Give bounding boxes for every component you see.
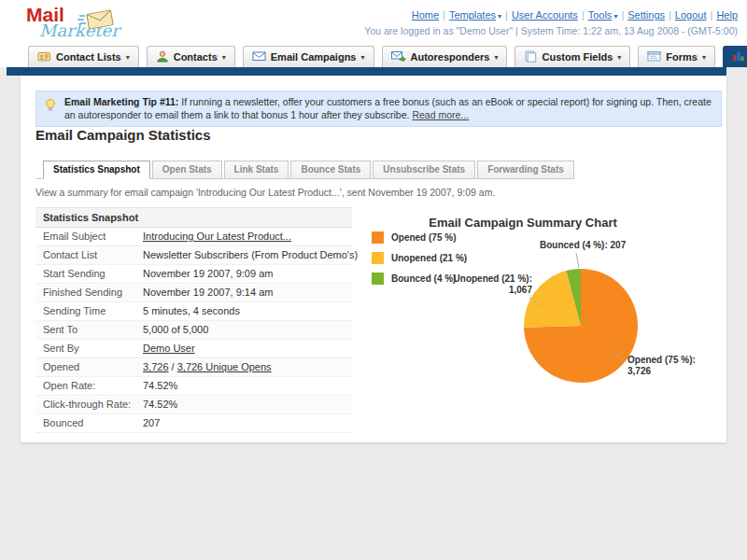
contacts-icon: [156, 50, 169, 64]
row-value-link[interactable]: 3,726 Unique Opens: [177, 361, 272, 372]
table-row: Email SubjectIntroducing Our Latest Prod…: [35, 228, 352, 246]
nav-tab-label: Contacts: [174, 51, 218, 63]
table-row: Contact ListNewsletter Subscribers (From…: [35, 246, 352, 265]
table-row: Open Rate:74.52%: [35, 377, 352, 396]
nav-tab-label: Custom Fields: [542, 51, 613, 63]
row-value: 5,000 of 5,000: [143, 321, 208, 339]
header-link-home[interactable]: Home: [412, 9, 439, 21]
header-link-logout[interactable]: Logout: [675, 9, 707, 21]
header-link-help[interactable]: Help: [716, 9, 738, 21]
header-link-user-accounts[interactable]: User Accounts: [512, 9, 578, 21]
annotation-unopened-value: 1,067: [439, 285, 532, 296]
nav-tab-forms[interactable]: Forms▾: [638, 46, 715, 67]
row-label: Email Subject: [35, 228, 143, 245]
sub-tab-unsubscribe-stats[interactable]: Unsubscribe Stats: [373, 161, 475, 178]
chevron-down-icon: ▾: [617, 53, 621, 62]
row-label: Click-through Rate:: [35, 396, 143, 413]
legend-swatch-opened: [372, 231, 384, 244]
table-row: Finished SendingNovember 19 2007, 9:14 a…: [35, 284, 352, 302]
legend-item-unopened: Unopened (21 %): [372, 247, 467, 268]
legend-swatch-bounced: [372, 273, 384, 285]
row-value: Newsletter Subscribers (From Product Dem…: [143, 246, 358, 264]
row-value: November 19 2007, 9:14 am: [143, 284, 273, 301]
row-value: November 19 2007, 9:09 am: [143, 265, 273, 283]
row-label: Opened: [35, 358, 143, 376]
read-more-link[interactable]: Read more...: [412, 109, 469, 120]
forms-icon: [647, 50, 661, 63]
row-value-link[interactable]: Introducing Our Latest Product...: [143, 231, 291, 242]
table-row: Click-through Rate:74.52%: [35, 396, 352, 414]
annotation-unopened-label: Unopened (21 %):: [439, 273, 532, 285]
row-value: 207: [143, 414, 160, 432]
row-value-text: November 19 2007, 9:14 am: [143, 287, 273, 298]
row-value: 5 minutes, 4 seconds: [143, 302, 240, 320]
nav-tab-stats[interactable]: Stats▾: [723, 46, 747, 67]
email-campaigns-icon: [252, 50, 266, 63]
app-logo[interactable]: Mail Marketer: [26, 5, 120, 38]
chevron-down-icon: ▾: [613, 12, 617, 21]
lightbulb-icon: [44, 98, 57, 115]
row-label: Contact List: [35, 246, 143, 264]
nav-tab-contacts[interactable]: Contacts▾: [147, 46, 235, 67]
annotation-opened-value: 3,726: [627, 366, 696, 377]
row-label: Bounced: [35, 414, 143, 432]
row-label: Sending Time: [35, 302, 143, 320]
header-link-templates[interactable]: Templates▾: [449, 9, 501, 21]
chevron-down-icon: ▾: [494, 53, 498, 62]
annotation-opened-label: Opened (75 %):: [627, 355, 696, 366]
nav-tab-contact-lists[interactable]: Contact Lists▾: [28, 46, 139, 67]
tip-banner: Email Marketing Tip #11: If running a ne…: [35, 91, 722, 127]
row-value-link[interactable]: Demo User: [143, 343, 195, 354]
tip-label: Email Marketing Tip #11:: [64, 96, 178, 107]
link-separator: |: [443, 9, 445, 21]
sub-tab-bounce-stats[interactable]: Bounce Stats: [290, 161, 371, 178]
header-link-settings[interactable]: Settings: [627, 9, 665, 21]
table-header: Statistics Snapshot: [35, 207, 352, 228]
row-value-text: /: [169, 361, 177, 372]
annotation-unopened: Unopened (21 %): 1,067: [439, 273, 532, 296]
annotation-bounced: Bounced (4 %): 207: [540, 240, 626, 251]
sub-tab-link-stats[interactable]: Link Stats: [224, 161, 289, 178]
table-body: Email SubjectIntroducing Our Latest Prod…: [35, 228, 352, 433]
row-value-text: Newsletter Subscribers (From Product Dem…: [143, 249, 358, 260]
nav-tab-label: Contact Lists: [56, 51, 121, 63]
table-row: Start SendingNovember 19 2007, 9:09 am: [35, 265, 352, 284]
annotation-opened: Opened (75 %): 3,726: [627, 355, 696, 377]
legend-label: Opened (75 %): [391, 232, 456, 243]
row-value-text: November 19 2007, 9:09 am: [143, 268, 273, 279]
custom-fields-icon: [524, 50, 537, 64]
table-row: Sent ByDemo User: [35, 340, 352, 358]
nav-tab-autoresponders[interactable]: Autoresponders▾: [382, 46, 508, 67]
row-value-link[interactable]: 3,726: [143, 361, 169, 372]
sub-tab-statistics-snapshot[interactable]: Statistics Snapshot: [43, 161, 150, 178]
table-row: Sent To5,000 of 5,000: [35, 321, 352, 340]
link-separator: |: [505, 9, 508, 21]
nav-tab-label: Autoresponders: [411, 51, 490, 63]
row-value: Introducing Our Latest Product...: [143, 228, 291, 245]
row-label: Open Rate:: [35, 377, 143, 395]
stats-icon: [732, 50, 745, 63]
login-status-line: You are logged in as "Demo User" | Syste…: [364, 25, 738, 36]
app-window: Mail Marketer Home|Templates▾|User Accou…: [0, 0, 747, 560]
nav-tab-email-campaigns[interactable]: Email Campaigns▾: [243, 46, 374, 67]
legend-item-opened: Opened (75 %): [372, 227, 467, 247]
legend-swatch-unopened: [372, 252, 384, 264]
row-value-text: 207: [143, 417, 160, 428]
row-value-text: 74.52%: [143, 399, 177, 410]
sub-tab-open-stats[interactable]: Open Stats: [152, 161, 222, 178]
nav-tab-custom-fields[interactable]: Custom Fields▾: [514, 46, 630, 67]
header-link-tools[interactable]: Tools▾: [588, 9, 618, 21]
row-label: Sent To: [35, 321, 143, 339]
nav-bottom-bar: [7, 67, 726, 76]
link-separator: |: [582, 9, 585, 21]
sub-tab-forwarding-stats[interactable]: Forwarding Stats: [477, 161, 574, 178]
main-nav-tabs: Contact Lists▾Contacts▾Email Campaigns▾A…: [28, 46, 747, 67]
link-separator: |: [711, 9, 713, 21]
chevron-down-icon: ▾: [702, 53, 706, 62]
row-value: 74.52%: [143, 396, 177, 413]
page-title: Email Campaign Statistics: [35, 127, 211, 143]
content-panel: Email Marketing Tip #11: If running a ne…: [21, 76, 726, 442]
nav-tab-label: Email Campaigns: [271, 51, 357, 63]
row-value: 74.52%: [143, 377, 177, 395]
link-separator: |: [621, 9, 624, 21]
